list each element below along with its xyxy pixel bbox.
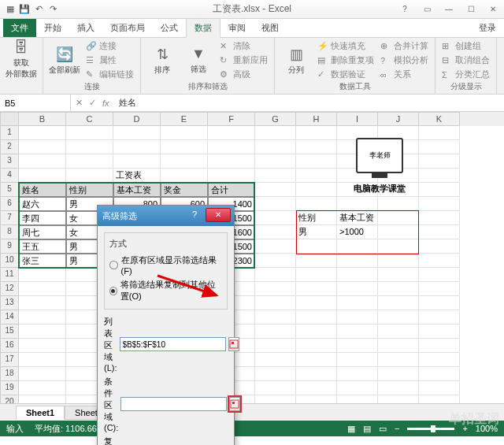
cell[interactable] [337,268,378,282]
cell[interactable] [337,367,378,381]
cell[interactable] [378,268,419,282]
cell[interactable] [296,183,337,197]
tab-home[interactable]: 开始 [36,19,69,37]
cell[interactable] [337,353,378,367]
formula-input[interactable]: 姓名 [114,95,141,110]
cell[interactable] [255,310,296,324]
consolidate-button[interactable]: ⊕合并计算 [379,39,430,53]
cell[interactable] [296,381,337,395]
cell[interactable] [19,381,66,395]
cell[interactable] [337,381,378,395]
cell[interactable] [419,310,460,324]
cell[interactable]: 李四 [19,211,66,225]
subtotal-button[interactable]: Σ分类汇总 [440,68,491,81]
cell[interactable] [296,239,337,254]
cell[interactable] [419,254,460,268]
criteria-range-input[interactable] [120,397,227,411]
cell[interactable] [378,395,419,403]
cell[interactable] [255,211,296,225]
cell[interactable] [378,225,419,239]
cancel-formula-icon[interactable]: ✕ [76,98,83,108]
cell[interactable] [419,395,460,403]
cell[interactable] [337,324,378,339]
cell[interactable] [419,324,460,339]
cell[interactable] [419,268,460,282]
row-header[interactable]: 15 [0,324,19,339]
col-header[interactable]: H [296,112,337,126]
cell[interactable] [296,268,337,282]
cell[interactable] [296,154,337,169]
cell[interactable] [378,254,419,268]
cell[interactable] [419,169,460,183]
cell[interactable] [337,296,378,310]
cell[interactable] [19,154,66,169]
cell[interactable] [337,197,378,211]
cell[interactable]: 性别 [66,183,113,197]
view-pagebreak-icon[interactable]: ▭ [379,424,387,434]
cell[interactable] [255,296,296,310]
cell[interactable] [255,353,296,367]
ribbon-options-icon[interactable]: ▭ [416,2,438,17]
zoom-out-icon[interactable]: − [395,424,399,433]
cell[interactable] [255,169,296,183]
list-range-input[interactable] [120,337,226,351]
cell[interactable] [255,254,296,268]
cell[interactable] [113,154,161,169]
save-icon[interactable]: 💾 [19,4,30,15]
row-header[interactable]: 6 [0,197,19,211]
relations-button[interactable]: ∞关系 [379,68,430,81]
tab-view[interactable]: 视图 [254,19,287,37]
cell[interactable] [66,154,113,169]
cell[interactable] [296,310,337,324]
cell[interactable] [296,353,337,367]
edit-links-button[interactable]: ✎编辑链接 [84,68,135,81]
cell[interactable] [378,310,419,324]
row-header[interactable]: 11 [0,268,19,282]
row-header[interactable]: 5 [0,183,19,197]
cell[interactable] [255,197,296,211]
tab-file[interactable]: 文件 [3,19,36,37]
select-all-corner[interactable] [0,112,19,126]
cell[interactable] [296,169,337,183]
row-header[interactable]: 14 [0,310,19,324]
cell[interactable] [161,126,208,140]
cell[interactable] [255,268,296,282]
cell[interactable] [296,296,337,310]
cell[interactable] [296,140,337,154]
undo-icon[interactable]: ↶ [33,4,44,15]
cell[interactable] [337,282,378,296]
cell[interactable] [255,239,296,254]
cell[interactable] [337,395,378,403]
cell[interactable] [66,126,113,140]
cell[interactable] [296,197,337,211]
cell[interactable] [419,140,460,154]
login-link[interactable]: 登录 [471,19,504,37]
row-header[interactable]: 18 [0,367,19,381]
cell[interactable] [255,183,296,197]
cell[interactable] [19,339,66,353]
cell[interactable] [19,310,66,324]
cell[interactable] [378,367,419,381]
col-header[interactable]: K [419,112,460,126]
cell[interactable]: 合计 [208,183,255,197]
row-header[interactable]: 3 [0,154,19,169]
cell[interactable] [378,211,419,225]
worksheet[interactable]: BCDEFGHIJK 12345678910111213141516171819… [0,112,504,403]
cell[interactable] [113,126,161,140]
cell[interactable] [161,140,208,154]
cell[interactable]: 奖金 [161,183,208,197]
cell[interactable] [337,310,378,324]
radio-copy-to[interactable]: 将筛选结果复制到其他位置(O) [109,277,222,304]
col-header[interactable]: D [113,112,161,126]
clear-button[interactable]: ✕清除 [218,39,269,53]
cell[interactable] [66,169,113,183]
cell[interactable] [19,395,66,403]
cell[interactable]: 张三 [19,254,66,268]
filter-button[interactable]: ▼筛选 [182,39,215,81]
refresh-all-button[interactable]: 🔄全部刷新 [48,39,81,81]
col-header[interactable]: J [378,112,419,126]
cell[interactable] [296,126,337,140]
row-header[interactable]: 19 [0,381,19,395]
cell[interactable] [19,324,66,339]
cell[interactable] [19,126,66,140]
